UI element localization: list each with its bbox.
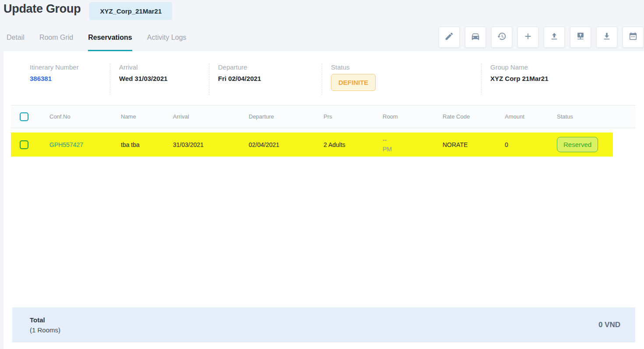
table-header-row: Conf.No Name Arrival Departure Prs Room …	[11, 105, 635, 128]
arrival-label: Arrival	[119, 63, 209, 71]
col-header-status: Status	[557, 113, 635, 120]
row-name: tba tba	[121, 141, 173, 148]
history-button[interactable]	[491, 27, 512, 48]
tab-room-grid[interactable]: Room Grid	[39, 34, 73, 51]
tab-bar: Detail Room Grid Reservations Activity L…	[7, 34, 187, 51]
page-title: Update Group	[4, 2, 81, 16]
arrival-field: Arrival Wed 31/03/2021	[110, 63, 209, 95]
row-room-number: --	[383, 136, 440, 144]
col-header-arrival: Arrival	[173, 113, 249, 120]
row-departure: 02/04/2021	[249, 141, 324, 148]
row-rate-code: NORATE	[443, 141, 505, 148]
tab-reservations[interactable]: Reservations	[88, 34, 132, 51]
status-field: Status DEFINITE	[322, 63, 482, 95]
row-arrival: 31/03/2021	[173, 141, 249, 148]
upload-icon	[549, 31, 559, 43]
car-icon	[471, 31, 480, 43]
plus-icon	[523, 31, 533, 43]
group-name-tag: XYZ_Corp_21Mar21	[89, 2, 172, 20]
group-summary: Itinerary Number 386381 Arrival Wed 31/0…	[4, 51, 644, 105]
col-header-amount: Amount	[505, 113, 557, 120]
edit-button[interactable]	[439, 27, 460, 48]
departure-label: Departure	[218, 63, 322, 71]
col-header-departure: Departure	[249, 113, 324, 120]
pencil-icon	[444, 31, 454, 43]
row-amount: 0	[505, 141, 557, 148]
publish-button[interactable]	[570, 27, 591, 48]
table-row[interactable]: GPH557427 tba tba 31/03/2021 02/04/2021 …	[11, 133, 613, 157]
col-header-name: Name	[121, 113, 173, 120]
group-name-field: Group Name XYZ Corp 21Mar21	[482, 63, 644, 95]
itinerary-number-field: Itinerary Number 386381	[4, 63, 110, 95]
departure-value: Fri 02/04/2021	[218, 75, 322, 82]
total-rooms-count: (1 Rooms)	[30, 325, 60, 335]
total-amount: 0 VND	[598, 321, 620, 329]
row-room: -- PM	[383, 136, 443, 154]
select-all-checkbox[interactable]	[20, 112, 28, 121]
row-status-badge: Reserved	[557, 137, 598, 152]
itinerary-number-label: Itinerary Number	[30, 63, 110, 71]
row-checkbox[interactable]	[20, 140, 28, 149]
arrival-value: Wed 31/03/2021	[119, 75, 209, 82]
history-icon	[497, 31, 507, 43]
content-spacer	[4, 157, 644, 307]
col-header-room: Room	[383, 113, 443, 120]
row-conf-no[interactable]: GPH557427	[49, 141, 121, 148]
upload-button[interactable]	[544, 27, 565, 48]
tab-activity-logs[interactable]: Activity Logs	[147, 34, 187, 51]
total-label: Total	[30, 315, 60, 325]
col-header-rate-code: Rate Code	[443, 113, 505, 120]
departure-field: Departure Fri 02/04/2021	[209, 63, 322, 95]
reservations-table: Conf.No Name Arrival Departure Prs Room …	[11, 105, 635, 157]
itinerary-number-value[interactable]: 386381	[30, 75, 110, 82]
row-prs: 2 Adults	[324, 141, 383, 148]
tab-detail[interactable]: Detail	[7, 34, 25, 51]
calendar-button[interactable]	[623, 27, 644, 48]
col-header-conf-no: Conf.No	[49, 113, 121, 120]
add-button[interactable]	[517, 27, 538, 48]
transport-button[interactable]	[465, 27, 486, 48]
page-header: Update Group XYZ_Corp_21Mar21 Detail Roo…	[0, 0, 644, 51]
toolbar	[439, 27, 644, 48]
total-bar: Total (1 Rooms) 0 VND	[12, 307, 635, 342]
download-icon	[602, 31, 612, 43]
col-header-prs: Prs	[324, 113, 383, 120]
reservations-panel: Itinerary Number 386381 Arrival Wed 31/0…	[4, 51, 644, 349]
row-room-type: PM	[383, 145, 440, 154]
calendar-icon	[628, 31, 638, 43]
status-label: Status	[331, 63, 481, 71]
group-name-value: XYZ Corp 21Mar21	[490, 75, 644, 82]
publish-icon	[576, 31, 585, 43]
group-name-label: Group Name	[490, 63, 644, 71]
status-badge: DEFINITE	[331, 74, 376, 91]
download-button[interactable]	[596, 27, 617, 48]
